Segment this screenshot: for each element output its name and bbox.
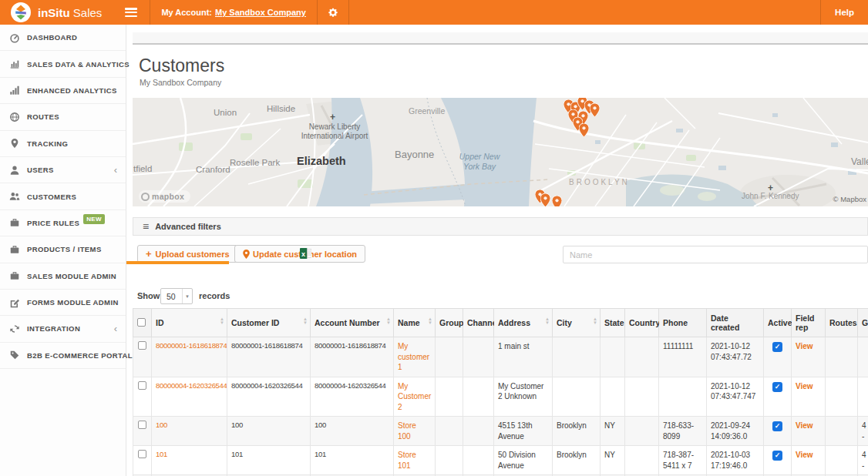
- sidebar-item-enhanced-analytics[interactable]: ENHANCED ANALYTICS: [0, 78, 126, 104]
- svg-text:x: x: [301, 250, 305, 258]
- customer-name-link[interactable]: My Customer 2: [394, 377, 436, 417]
- sort-icon: ▲▼: [220, 317, 224, 325]
- sidebar-item-integration[interactable]: INTEGRATION ‹: [0, 316, 126, 342]
- sidebar-item-dashboard[interactable]: DASHBOARD: [0, 25, 126, 51]
- cell-phone: 718-387-5411 x 7: [659, 446, 707, 475]
- cell-gps: [858, 377, 868, 417]
- table-row: 101 101 101 Store 101 50 Division Avenue…: [133, 446, 868, 475]
- col-header-name[interactable]: Name▲▼: [394, 309, 436, 337]
- page-subtitle: My Sandbox Company: [140, 78, 221, 87]
- active-checkbox[interactable]: ✓: [772, 342, 782, 352]
- page-size-select[interactable]: 50 ▼: [160, 288, 193, 304]
- sidebar-item-price-rules[interactable]: PRICE RULES NEW: [0, 210, 126, 236]
- sidebar-item-sales-module-admin[interactable]: SALES MODULE ADMIN: [0, 263, 126, 290]
- row-checkbox[interactable]: [138, 421, 146, 429]
- excel-export-icon[interactable]: x: [300, 248, 311, 259]
- row-checkbox[interactable]: [138, 381, 146, 390]
- sidebar-item-sales-data[interactable]: SALES DATA & ANALYTICS: [0, 51, 126, 77]
- sidebar-item-forms-module-admin[interactable]: FORMS MODULE ADMIN: [0, 290, 126, 316]
- map-attribution[interactable]: © Mapbox: [833, 195, 866, 203]
- customer-name-link[interactable]: Store 101: [394, 446, 436, 475]
- sidebar-item-users[interactable]: USERS ‹: [0, 157, 126, 183]
- customer-name-link[interactable]: My customer 1: [394, 337, 436, 377]
- cell-country: [625, 377, 659, 417]
- table-row: 100 100 100 Store 100 4515 13th Avenue B…: [133, 417, 868, 446]
- cell-state: NY: [601, 417, 625, 446]
- sort-icon: ▲▼: [386, 317, 391, 325]
- checkbox-icon[interactable]: [137, 318, 146, 327]
- cell-city: [553, 377, 601, 417]
- active-checkbox[interactable]: ✓: [772, 382, 782, 392]
- cell-account-number: 101: [311, 446, 394, 475]
- sidebar-item-routes[interactable]: ROUTES: [0, 104, 126, 130]
- table-header-row: ID▲▼ Customer ID▲▼ Account Number▲▼ Name…: [133, 309, 868, 337]
- col-header-country[interactable]: Country: [625, 309, 659, 337]
- upload-customers-label: Upload customers: [156, 250, 230, 259]
- cell-routes: [826, 446, 858, 475]
- col-header-channel[interactable]: Channel: [463, 309, 494, 337]
- active-tab-underline: [123, 261, 229, 264]
- brand-logo-icon[interactable]: [11, 2, 31, 22]
- users-icon: [9, 191, 20, 202]
- account-name-link[interactable]: My Sandbox Company: [215, 8, 306, 17]
- advanced-filters-toggle[interactable]: ≡ Advanced filters: [133, 217, 868, 236]
- gear-icon: [328, 7, 338, 18]
- col-header-city[interactable]: City▲▼: [553, 309, 601, 337]
- customer-id-link[interactable]: 80000001-1618618874: [152, 337, 227, 377]
- filters-menu-icon: ≡: [143, 220, 149, 233]
- col-header-group[interactable]: Group: [436, 309, 463, 337]
- cell-group: [436, 446, 463, 475]
- cell-address: 1 main st: [494, 337, 553, 377]
- customers-map[interactable]: tfield Union Hillside + Newark Liberty I…: [133, 98, 868, 206]
- customer-name-link[interactable]: Store 100: [394, 417, 436, 446]
- cell-gps: 4 -: [858, 446, 868, 475]
- upload-customers-button[interactable]: + Upload customers: [137, 245, 238, 263]
- col-header-address[interactable]: Address▲▼: [494, 309, 553, 337]
- map-marker-icon[interactable]: [552, 196, 562, 206]
- col-header-state[interactable]: State: [601, 309, 625, 337]
- cell-routes: [826, 337, 858, 377]
- cell-routes: [826, 417, 858, 446]
- sidebar-item-tracking[interactable]: TRACKING: [0, 131, 126, 157]
- col-header-id[interactable]: ID▲▼: [152, 309, 227, 337]
- field-rep-view-link[interactable]: View: [792, 446, 826, 475]
- col-header-active: Active: [764, 309, 792, 337]
- col-header-account-number[interactable]: Account Number▲▼: [311, 309, 394, 337]
- map-marker-icon[interactable]: [579, 123, 589, 137]
- name-filter-input[interactable]: [563, 246, 868, 263]
- hamburger-menu-icon[interactable]: [125, 8, 137, 17]
- cell-channel: [463, 337, 494, 377]
- select-all-checkbox-header[interactable]: [133, 309, 152, 337]
- row-checkbox[interactable]: [138, 450, 146, 458]
- customer-id-link[interactable]: 101: [152, 446, 227, 475]
- active-checkbox[interactable]: ✓: [772, 421, 782, 431]
- help-label: Help: [835, 8, 854, 17]
- cell-country: [625, 337, 659, 377]
- field-rep-view-link[interactable]: View: [792, 337, 826, 377]
- cell-date-created: 2021-10-12 07:43:47.747: [707, 377, 764, 417]
- cell-city: Brooklyn: [553, 446, 601, 475]
- cell-group: [436, 417, 463, 446]
- cell-state: [601, 337, 625, 377]
- sidebar-item-b2b-portal[interactable]: B2B E-COMMERCE PORTAL: [0, 343, 126, 369]
- sidebar-item-products[interactable]: PRODUCTS / ITEMS: [0, 236, 126, 263]
- map-marker-icon[interactable]: [540, 193, 550, 206]
- customer-id-link[interactable]: 100: [152, 417, 227, 446]
- col-header-customer-id[interactable]: Customer ID▲▼: [227, 309, 311, 337]
- cell-address: 50 Division Avenue: [494, 446, 553, 475]
- select-arrow-icon: ▼: [182, 289, 192, 303]
- field-rep-view-link[interactable]: View: [792, 377, 826, 417]
- account-menu[interactable]: My Account: My Sandbox Company: [150, 0, 317, 25]
- active-checkbox[interactable]: ✓: [772, 451, 782, 461]
- customer-id-link[interactable]: 80000004-1620326544: [152, 377, 227, 417]
- settings-gear-button[interactable]: [317, 0, 349, 25]
- mapbox-logo[interactable]: mapbox: [139, 190, 190, 203]
- sidebar-item-customers[interactable]: CUSTOMERS: [0, 183, 126, 210]
- map-marker-icon[interactable]: [590, 103, 600, 117]
- sort-icon: ▲▼: [545, 317, 550, 325]
- row-checkbox[interactable]: [138, 341, 146, 350]
- briefcase-icon: [9, 244, 20, 255]
- map-canvas: [133, 98, 868, 206]
- help-link[interactable]: Help: [820, 0, 868, 25]
- field-rep-view-link[interactable]: View: [792, 417, 826, 446]
